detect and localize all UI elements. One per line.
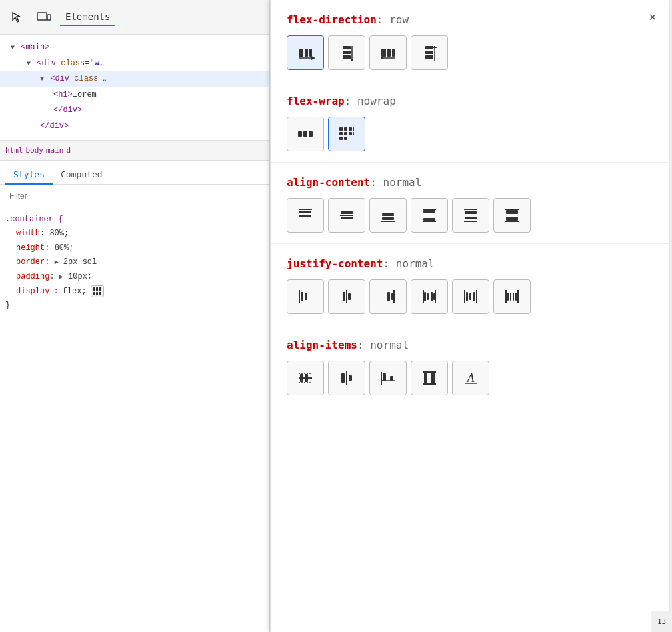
svg-rect-4	[99, 287, 101, 291]
align-content-label: align-content: normal	[287, 176, 653, 189]
flex-toggle-icon[interactable]	[91, 285, 104, 297]
svg-rect-13	[343, 55, 351, 59]
breadcrumb-main[interactable]: main	[46, 146, 64, 155]
svg-rect-48	[465, 211, 477, 214]
close-button[interactable]: ✕	[637, 0, 669, 32]
svg-rect-72	[469, 293, 471, 300]
flex-direction-label: flex-direction: row	[287, 13, 653, 26]
svg-rect-62	[391, 293, 394, 300]
svg-rect-79	[515, 293, 517, 301]
align-content-buttons	[287, 198, 653, 233]
flex-direction-column-btn[interactable]	[328, 35, 365, 70]
svg-rect-53	[506, 217, 518, 221]
svg-rect-71	[466, 292, 468, 301]
css-prop-width: width: 80%;	[5, 227, 264, 241]
css-content: .container { width: 80%; height: 80%; bo…	[0, 207, 269, 319]
align-items-section: align-items: normal	[271, 325, 669, 406]
svg-rect-6	[96, 292, 98, 295]
svg-rect-66	[427, 293, 429, 300]
align-content-start-btn[interactable]	[287, 198, 324, 233]
svg-rect-77	[510, 293, 511, 301]
svg-rect-87	[349, 375, 352, 381]
svg-rect-81	[300, 374, 303, 382]
flex-wrap-nowrap-btn[interactable]	[287, 117, 324, 151]
justify-content-end-btn[interactable]	[369, 279, 407, 314]
tab-styles[interactable]: Styles	[5, 165, 53, 185]
justify-content-buttons	[287, 279, 653, 314]
flex-direction-row-btn[interactable]	[287, 35, 324, 70]
svg-rect-41	[382, 217, 394, 220]
device-toggle-icon[interactable]	[33, 7, 55, 28]
tree-line-main[interactable]: ▼ <main>	[0, 40, 269, 56]
align-content-space-between-btn[interactable]	[411, 198, 448, 233]
align-items-buttons: A	[287, 361, 653, 395]
svg-rect-8	[299, 49, 303, 57]
flex-wrap-wrap-btn[interactable]	[328, 117, 365, 151]
justify-content-space-evenly-btn[interactable]	[493, 279, 531, 314]
svg-rect-92	[424, 372, 427, 384]
svg-rect-7	[99, 292, 101, 295]
svg-rect-78	[513, 293, 514, 301]
svg-rect-68	[433, 293, 435, 300]
justify-content-space-around-btn[interactable]	[452, 279, 489, 314]
svg-rect-18	[425, 51, 433, 54]
justify-content-section: justify-content: normal	[271, 244, 669, 325]
svg-rect-3	[96, 287, 98, 291]
align-content-center-btn[interactable]	[328, 198, 365, 233]
align-items-text-btn[interactable]: A	[452, 361, 489, 395]
svg-rect-82	[305, 374, 308, 382]
svg-rect-45	[423, 218, 435, 221]
align-items-center-btn[interactable]	[328, 361, 365, 395]
devtools-toolbar: Elements	[0, 0, 269, 35]
svg-rect-24	[344, 127, 347, 131]
align-content-stretch-btn[interactable]	[493, 198, 531, 233]
svg-rect-89	[383, 373, 386, 381]
align-items-auto-btn[interactable]	[287, 361, 324, 395]
svg-rect-59	[348, 293, 351, 300]
svg-rect-76	[507, 293, 509, 301]
tab-elements[interactable]: Elements	[60, 9, 115, 26]
filter-input[interactable]	[5, 189, 264, 203]
align-items-baseline-btn[interactable]	[369, 361, 407, 395]
tree-line-div1[interactable]: ▼ <div class="w…	[0, 56, 269, 72]
svg-text:A: A	[467, 371, 475, 385]
breadcrumb: html body main d	[0, 141, 269, 161]
svg-rect-26	[353, 127, 354, 131]
svg-rect-73	[473, 292, 475, 301]
svg-rect-21	[303, 131, 307, 137]
svg-rect-17	[425, 46, 433, 49]
svg-rect-32	[344, 137, 347, 140]
svg-rect-28	[344, 132, 347, 135]
breadcrumb-body[interactable]: body	[26, 146, 44, 155]
css-prop-height: height: 80%;	[5, 241, 264, 256]
tab-computed[interactable]: Computed	[53, 165, 111, 185]
svg-rect-1	[47, 15, 51, 20]
svg-rect-25	[349, 127, 352, 131]
css-close-brace: }	[5, 299, 264, 313]
align-items-stretch-btn[interactable]	[411, 361, 448, 395]
svg-rect-44	[423, 210, 435, 213]
flex-direction-row-reverse-btn[interactable]	[369, 35, 407, 70]
justify-content-start-btn[interactable]	[287, 279, 324, 314]
justify-content-space-between-btn[interactable]	[411, 279, 448, 314]
breadcrumb-d[interactable]: d	[67, 146, 71, 155]
tree-line-div-close[interactable]: </div>	[0, 103, 269, 119]
flex-direction-column-reverse-btn[interactable]	[411, 35, 448, 70]
breadcrumb-html[interactable]: html	[5, 146, 23, 155]
justify-content-center-btn[interactable]	[328, 279, 365, 314]
svg-rect-52	[506, 210, 518, 214]
svg-rect-86	[341, 373, 345, 383]
inspect-icon[interactable]	[7, 7, 28, 28]
svg-rect-9	[305, 49, 308, 57]
align-content-space-around-btn[interactable]	[452, 198, 489, 233]
align-content-end-btn[interactable]	[369, 198, 407, 233]
tree-line-div2-close[interactable]: </div>	[0, 119, 269, 135]
tree-line-h1[interactable]: <h1>lorem	[0, 87, 269, 103]
svg-rect-90	[390, 376, 393, 381]
svg-rect-27	[339, 132, 343, 135]
svg-rect-19	[425, 55, 433, 59]
tree-line-div2[interactable]: ▼ <div class=…	[0, 71, 269, 87]
svg-rect-58	[343, 292, 345, 301]
flex-wrap-label: flex-wrap: nowrap	[287, 95, 653, 107]
css-prop-display: display: flex;	[5, 285, 264, 299]
